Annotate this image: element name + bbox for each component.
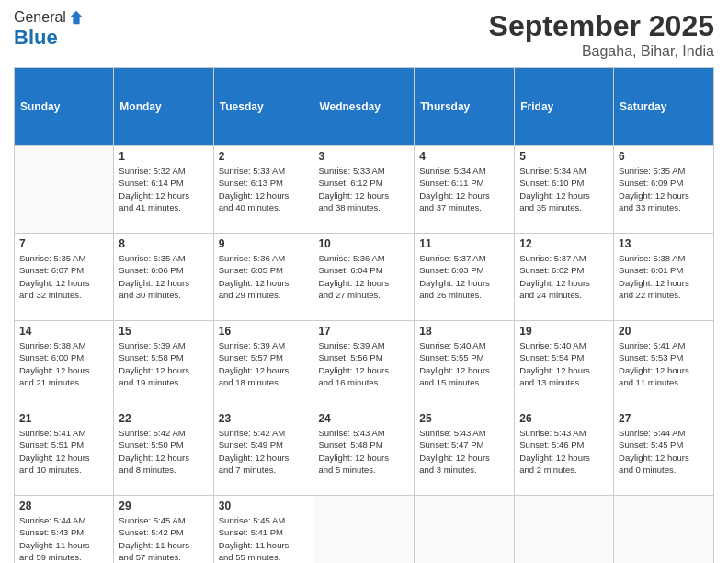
logo: General Blue: [14, 9, 85, 50]
day-info: Sunrise: 5:37 AMSunset: 6:03 PMDaylight:…: [419, 252, 509, 301]
table-row: 29Sunrise: 5:45 AMSunset: 5:42 PMDayligh…: [114, 496, 213, 564]
day-info: Sunrise: 5:34 AMSunset: 6:11 PMDaylight:…: [419, 165, 509, 213]
day-number: 13: [619, 237, 709, 250]
table-row: 1Sunrise: 5:32 AMSunset: 6:14 PMDaylight…: [114, 146, 213, 234]
day-info: Sunrise: 5:43 AMSunset: 5:46 PMDaylight:…: [519, 427, 609, 476]
table-row: 26Sunrise: 5:43 AMSunset: 5:46 PMDayligh…: [515, 408, 614, 496]
day-info: Sunrise: 5:36 AMSunset: 6:04 PMDaylight:…: [318, 252, 409, 301]
day-number: 24: [318, 412, 409, 425]
table-row: 22Sunrise: 5:42 AMSunset: 5:50 PMDayligh…: [114, 408, 213, 496]
table-row: 9Sunrise: 5:36 AMSunset: 6:05 PMDaylight…: [213, 234, 313, 321]
day-info: Sunrise: 5:35 AMSunset: 6:06 PMDaylight:…: [119, 252, 208, 301]
calendar-week-1: 1Sunrise: 5:32 AMSunset: 6:14 PMDaylight…: [15, 146, 714, 234]
table-row: 23Sunrise: 5:42 AMSunset: 5:49 PMDayligh…: [213, 408, 313, 496]
day-info: Sunrise: 5:33 AMSunset: 6:13 PMDaylight:…: [219, 165, 309, 213]
table-row: 18Sunrise: 5:40 AMSunset: 5:55 PMDayligh…: [415, 321, 515, 408]
table-row: 14Sunrise: 5:38 AMSunset: 6:00 PMDayligh…: [15, 321, 114, 408]
table-row: 10Sunrise: 5:36 AMSunset: 6:04 PMDayligh…: [313, 234, 415, 321]
day-info: Sunrise: 5:45 AMSunset: 5:42 PMDaylight:…: [119, 514, 208, 563]
day-number: 6: [619, 150, 709, 163]
day-number: 25: [419, 412, 509, 425]
day-info: Sunrise: 5:44 AMSunset: 5:43 PMDaylight:…: [19, 514, 108, 563]
table-row: 28Sunrise: 5:44 AMSunset: 5:43 PMDayligh…: [15, 496, 114, 564]
table-row: 15Sunrise: 5:39 AMSunset: 5:58 PMDayligh…: [114, 321, 213, 408]
day-number: 12: [519, 237, 609, 250]
calendar-page: General Blue September 2025 Bagaha, Biha…: [0, 0, 728, 563]
day-number: 18: [419, 325, 509, 338]
day-number: 4: [419, 150, 509, 163]
day-info: Sunrise: 5:43 AMSunset: 5:48 PMDaylight:…: [318, 427, 409, 476]
day-number: 19: [519, 325, 609, 338]
day-number: 2: [219, 150, 309, 163]
col-sunday: Sunday: [15, 68, 114, 146]
day-number: 16: [219, 325, 309, 338]
table-row: 7Sunrise: 5:35 AMSunset: 6:07 PMDaylight…: [15, 234, 114, 321]
day-info: Sunrise: 5:37 AMSunset: 6:02 PMDaylight:…: [519, 252, 609, 301]
table-row: 3Sunrise: 5:33 AMSunset: 6:12 PMDaylight…: [313, 146, 415, 234]
col-saturday: Saturday: [614, 68, 714, 146]
col-friday: Friday: [515, 68, 614, 146]
calendar-header-row: Sunday Monday Tuesday Wednesday Thursday…: [15, 68, 714, 146]
table-row: 5Sunrise: 5:34 AMSunset: 6:10 PMDaylight…: [515, 146, 614, 234]
logo-icon: [68, 9, 85, 26]
page-header: General Blue September 2025 Bagaha, Biha…: [14, 9, 714, 60]
day-info: Sunrise: 5:42 AMSunset: 5:49 PMDaylight:…: [219, 427, 309, 476]
logo-blue-text: Blue: [14, 26, 85, 50]
day-info: Sunrise: 5:38 AMSunset: 6:01 PMDaylight:…: [619, 252, 709, 301]
table-row: 8Sunrise: 5:35 AMSunset: 6:06 PMDaylight…: [114, 234, 213, 321]
day-number: 20: [619, 325, 709, 338]
day-number: 26: [519, 412, 609, 425]
day-info: Sunrise: 5:40 AMSunset: 5:54 PMDaylight:…: [519, 339, 609, 388]
day-number: 8: [119, 237, 208, 250]
table-row: [15, 146, 114, 234]
day-number: 30: [219, 500, 309, 512]
day-number: 5: [519, 150, 609, 163]
day-number: 22: [119, 412, 208, 425]
calendar-week-5: 28Sunrise: 5:44 AMSunset: 5:43 PMDayligh…: [15, 496, 714, 564]
table-row: 4Sunrise: 5:34 AMSunset: 6:11 PMDaylight…: [415, 146, 515, 234]
day-number: 9: [219, 237, 309, 250]
day-info: Sunrise: 5:34 AMSunset: 6:10 PMDaylight:…: [519, 165, 609, 213]
calendar-week-3: 14Sunrise: 5:38 AMSunset: 6:00 PMDayligh…: [15, 321, 714, 408]
day-info: Sunrise: 5:39 AMSunset: 5:57 PMDaylight:…: [219, 339, 309, 388]
col-tuesday: Tuesday: [213, 68, 313, 146]
day-number: 27: [619, 412, 709, 425]
day-info: Sunrise: 5:42 AMSunset: 5:50 PMDaylight:…: [119, 427, 208, 476]
day-info: Sunrise: 5:35 AMSunset: 6:09 PMDaylight:…: [619, 165, 709, 213]
table-row: 19Sunrise: 5:40 AMSunset: 5:54 PMDayligh…: [515, 321, 614, 408]
day-number: 11: [419, 237, 509, 250]
day-info: Sunrise: 5:41 AMSunset: 5:53 PMDaylight:…: [619, 339, 709, 388]
col-thursday: Thursday: [415, 68, 515, 146]
day-number: 15: [119, 325, 208, 338]
table-row: [614, 496, 714, 564]
logo-general-text: General: [14, 9, 66, 26]
calendar-table: Sunday Monday Tuesday Wednesday Thursday…: [14, 67, 714, 563]
table-row: 13Sunrise: 5:38 AMSunset: 6:01 PMDayligh…: [614, 234, 714, 321]
table-row: 25Sunrise: 5:43 AMSunset: 5:47 PMDayligh…: [415, 408, 515, 496]
col-monday: Monday: [114, 68, 213, 146]
table-row: 17Sunrise: 5:39 AMSunset: 5:56 PMDayligh…: [313, 321, 415, 408]
table-row: 20Sunrise: 5:41 AMSunset: 5:53 PMDayligh…: [614, 321, 714, 408]
table-row: 2Sunrise: 5:33 AMSunset: 6:13 PMDaylight…: [213, 146, 313, 234]
day-info: Sunrise: 5:41 AMSunset: 5:51 PMDaylight:…: [19, 427, 108, 476]
day-number: 3: [318, 150, 409, 163]
day-info: Sunrise: 5:39 AMSunset: 5:58 PMDaylight:…: [119, 339, 208, 388]
day-info: Sunrise: 5:38 AMSunset: 6:00 PMDaylight:…: [19, 339, 108, 388]
table-row: 27Sunrise: 5:44 AMSunset: 5:45 PMDayligh…: [614, 408, 714, 496]
table-row: 21Sunrise: 5:41 AMSunset: 5:51 PMDayligh…: [15, 408, 114, 496]
day-number: 29: [119, 500, 208, 512]
day-number: 21: [19, 412, 108, 425]
month-title: September 2025: [489, 9, 714, 43]
day-info: Sunrise: 5:33 AMSunset: 6:12 PMDaylight:…: [318, 165, 409, 213]
day-number: 28: [19, 500, 108, 512]
title-block: September 2025 Bagaha, Bihar, India: [489, 9, 714, 60]
calendar-week-2: 7Sunrise: 5:35 AMSunset: 6:07 PMDaylight…: [15, 234, 714, 321]
day-number: 1: [119, 150, 208, 163]
day-info: Sunrise: 5:36 AMSunset: 6:05 PMDaylight:…: [219, 252, 309, 301]
table-row: 11Sunrise: 5:37 AMSunset: 6:03 PMDayligh…: [415, 234, 515, 321]
day-info: Sunrise: 5:40 AMSunset: 5:55 PMDaylight:…: [419, 339, 509, 388]
day-info: Sunrise: 5:32 AMSunset: 6:14 PMDaylight:…: [119, 165, 208, 213]
table-row: [313, 496, 415, 564]
table-row: 24Sunrise: 5:43 AMSunset: 5:48 PMDayligh…: [313, 408, 415, 496]
location-text: Bagaha, Bihar, India: [489, 43, 714, 60]
